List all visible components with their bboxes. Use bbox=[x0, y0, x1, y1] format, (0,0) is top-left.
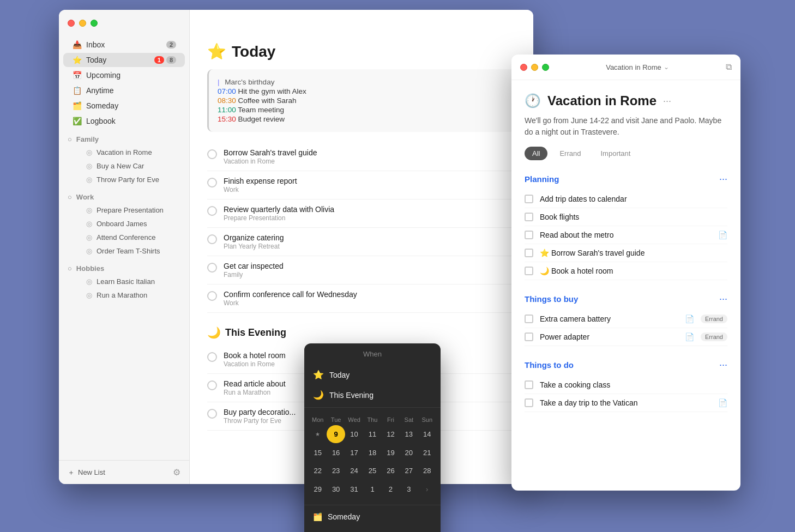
project-description: We'll go from June 14-22 and visit Jane … bbox=[525, 115, 727, 138]
cal-cell-29[interactable]: 29 bbox=[309, 480, 327, 498]
cal-cell-3[interactable]: 3 bbox=[400, 480, 418, 498]
schedule-block: | Marc's birthday 07:00 Hit the gym with… bbox=[207, 69, 516, 132]
task-name: Organize catering bbox=[224, 233, 516, 242]
sidebar-item-vacation-rome[interactable]: ◎ Vacation in Rome bbox=[63, 146, 185, 159]
cal-cell-12[interactable]: 12 bbox=[382, 425, 400, 443]
task-checkbox[interactable] bbox=[525, 332, 533, 341]
project-icon: ◎ bbox=[86, 233, 92, 241]
filter-errand[interactable]: Errand bbox=[552, 147, 588, 160]
minimize-button[interactable] bbox=[79, 20, 86, 27]
sidebar-item-upcoming[interactable]: 📅 Upcoming bbox=[63, 68, 185, 82]
cal-cell-13[interactable]: 13 bbox=[400, 425, 418, 443]
filter-all[interactable]: All bbox=[525, 147, 547, 160]
things-to-do-more-button[interactable]: ··· bbox=[719, 359, 727, 371]
task-checkbox[interactable] bbox=[207, 206, 217, 216]
task-checkbox[interactable] bbox=[207, 234, 217, 244]
detail-minimize-button[interactable] bbox=[531, 64, 538, 71]
cal-cell-19[interactable]: 19 bbox=[382, 443, 400, 461]
new-list-button[interactable]: ＋ New List bbox=[68, 468, 105, 477]
cal-cell-31[interactable]: 31 bbox=[345, 480, 363, 498]
detail-maximize-button[interactable] bbox=[542, 64, 549, 71]
cal-cell-1[interactable]: 1 bbox=[363, 480, 381, 498]
sidebar-item-prepare-presentation[interactable]: ◎ Prepare Presentation bbox=[63, 204, 185, 216]
cal-cell-11[interactable]: 11 bbox=[363, 425, 381, 443]
sidebar-item-order-tshirts[interactable]: ◎ Order Team T-Shirts bbox=[63, 245, 185, 257]
task-checkbox[interactable] bbox=[525, 267, 533, 275]
cal-cell-16[interactable]: 16 bbox=[327, 443, 345, 461]
cal-cell-2[interactable]: 2 bbox=[382, 480, 400, 498]
sidebar-item-attend-conference[interactable]: ◎ Attend Conference bbox=[63, 231, 185, 244]
cal-cell-24[interactable]: 24 bbox=[345, 462, 363, 480]
task-name: Borrow Sarah's travel guide bbox=[224, 148, 516, 157]
sidebar: 📥 Inbox 2 ⭐ Today 1 8 📅 Upcoming 📋 Anyti… bbox=[59, 10, 190, 484]
maximize-button[interactable] bbox=[91, 20, 98, 27]
add-reminder-button[interactable]: ＋ + Add Reminder bbox=[304, 526, 441, 532]
task-name: Extra camera battery bbox=[540, 315, 678, 323]
task-text: Borrow Sarah's travel guide Vacation in … bbox=[224, 148, 516, 165]
cal-cell-30[interactable]: 30 bbox=[327, 480, 345, 498]
sidebar-item-onboard-james[interactable]: ◎ Onboard James bbox=[63, 217, 185, 230]
cal-cell-14[interactable]: 14 bbox=[418, 425, 436, 443]
settings-icon[interactable]: ⚙ bbox=[173, 467, 180, 477]
cal-cell-22[interactable]: 22 bbox=[309, 462, 327, 480]
task-checkbox[interactable] bbox=[207, 291, 217, 301]
window-copy-button[interactable]: ⧉ bbox=[726, 62, 732, 72]
cal-cell-25[interactable]: 25 bbox=[363, 462, 381, 480]
logbook-label: Logbook bbox=[86, 117, 176, 125]
task-checkbox[interactable] bbox=[525, 195, 533, 203]
calendar-section: Mon Tue Wed Thu Fri Sat Sun ★ 9 10 11 12… bbox=[304, 410, 441, 503]
note-icon: 📄 bbox=[718, 398, 727, 407]
task-project: Vacation in Rome bbox=[224, 158, 516, 165]
sidebar-item-marathon[interactable]: ◎ Run a Marathon bbox=[63, 289, 185, 301]
cal-cell-28[interactable]: 28 bbox=[418, 462, 436, 480]
task-checkbox[interactable] bbox=[525, 213, 533, 221]
project-label: Buy a New Car bbox=[97, 162, 144, 170]
cal-cell-27[interactable]: 27 bbox=[400, 462, 418, 480]
task-checkbox[interactable] bbox=[207, 149, 217, 159]
planning-more-button[interactable]: ··· bbox=[719, 173, 727, 185]
task-checkbox[interactable] bbox=[207, 178, 217, 188]
sidebar-item-inbox[interactable]: 📥 Inbox 2 bbox=[63, 38, 185, 52]
when-option-today[interactable]: ⭐ Today bbox=[304, 365, 441, 385]
close-button[interactable] bbox=[68, 20, 75, 27]
task-project: Prepare Presentation bbox=[224, 214, 516, 222]
area-hobbies-label: Hobbies bbox=[76, 264, 104, 273]
cal-cell-20[interactable]: 20 bbox=[400, 443, 418, 461]
today-badge-gray: 8 bbox=[166, 56, 176, 64]
project-more-button[interactable]: ··· bbox=[663, 95, 671, 107]
sidebar-item-logbook[interactable]: ✅ Logbook bbox=[63, 114, 185, 128]
sidebar-item-throw-party[interactable]: ◎ Throw Party for Eve bbox=[63, 173, 185, 186]
task-checkbox[interactable] bbox=[525, 380, 533, 389]
sidebar-item-today[interactable]: ⭐ Today 1 8 bbox=[63, 53, 185, 67]
task-checkbox[interactable] bbox=[207, 263, 217, 273]
sidebar-item-buy-car[interactable]: ◎ Buy a New Car bbox=[63, 160, 185, 172]
sidebar-item-someday[interactable]: 🗂️ Someday bbox=[63, 99, 185, 113]
cal-cell-9[interactable]: 9 bbox=[327, 425, 345, 443]
cal-next-button[interactable]: › bbox=[418, 480, 436, 498]
detail-close-button[interactable] bbox=[520, 64, 527, 71]
sidebar-item-anytime[interactable]: 📋 Anytime bbox=[63, 83, 185, 98]
cal-cell-18[interactable]: 18 bbox=[363, 443, 381, 461]
cal-cell-26[interactable]: 26 bbox=[382, 462, 400, 480]
when-option-evening[interactable]: 🌙 This Evening bbox=[304, 385, 441, 405]
cal-cell-17[interactable]: 17 bbox=[345, 443, 363, 461]
task-checkbox[interactable] bbox=[525, 315, 533, 323]
cal-cell-23[interactable]: 23 bbox=[327, 462, 345, 480]
sidebar-item-italian[interactable]: ◎ Learn Basic Italian bbox=[63, 275, 185, 288]
task-checkbox[interactable] bbox=[525, 398, 533, 407]
task-checkbox[interactable] bbox=[207, 409, 217, 419]
task-checkbox[interactable] bbox=[207, 380, 217, 390]
cal-cell-15[interactable]: 15 bbox=[309, 443, 327, 461]
task-checkbox[interactable] bbox=[207, 352, 217, 362]
schedule-item-meeting: 11:00 Team meeting bbox=[218, 106, 507, 114]
task-checkbox[interactable] bbox=[525, 231, 533, 239]
task-checkbox[interactable] bbox=[525, 249, 533, 257]
someday-icon: 🗂️ bbox=[72, 101, 82, 110]
filter-important[interactable]: Important bbox=[593, 147, 638, 160]
things-to-buy-more-button[interactable]: ··· bbox=[719, 293, 727, 305]
cal-cell-21[interactable]: 21 bbox=[418, 443, 436, 461]
when-option-someday[interactable]: 🗂️ Someday bbox=[304, 507, 441, 526]
cal-day-mon: Mon bbox=[309, 416, 327, 423]
cal-cell-10[interactable]: 10 bbox=[345, 425, 363, 443]
cal-cell-star[interactable]: ★ bbox=[309, 425, 327, 443]
